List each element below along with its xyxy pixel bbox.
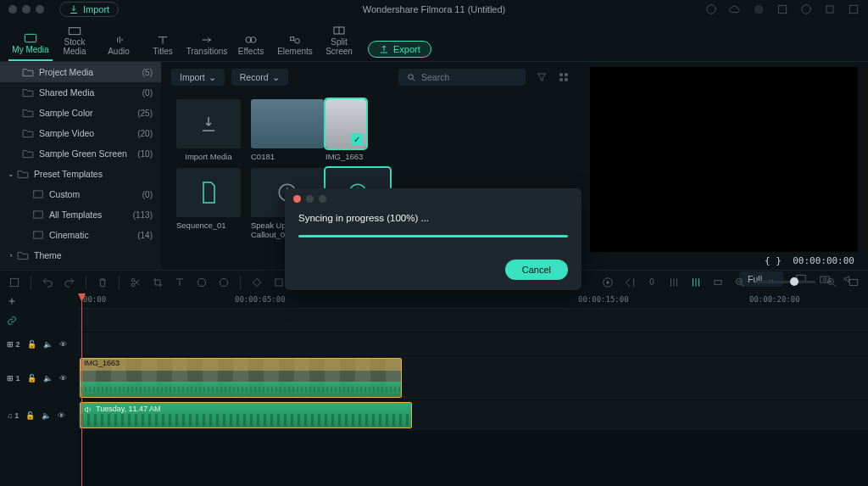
zoom-in-icon[interactable]	[826, 277, 837, 288]
settings-icon[interactable]	[824, 3, 836, 15]
split-icon[interactable]	[130, 277, 142, 288]
thumb-import-media[interactable]: Import Media	[176, 99, 241, 161]
save-icon[interactable]	[776, 3, 788, 15]
mute-icon[interactable]: 🔈	[43, 340, 53, 349]
zoom-knob[interactable]	[790, 277, 798, 286]
snap-icon[interactable]	[712, 277, 724, 288]
thumb-img1663[interactable]: ✓IMG_1663	[326, 99, 366, 161]
tab-audio[interactable]: Audio	[97, 31, 141, 61]
media-thumbs: Import Media C0181 ✓IMG_1663	[161, 92, 580, 168]
clip-audio-tuesday[interactable]: Tuesday, 11.47 AM	[80, 402, 412, 428]
playhead[interactable]	[81, 293, 82, 486]
fit-icon[interactable]	[848, 277, 860, 288]
cloud-icon[interactable]	[729, 3, 741, 15]
th-link[interactable]	[0, 309, 78, 332]
color-icon[interactable]	[218, 277, 230, 288]
tab-my-media[interactable]: My Media	[8, 30, 53, 61]
keyframe-icon[interactable]	[251, 277, 263, 288]
export-icon	[379, 44, 389, 54]
delete-icon[interactable]	[97, 277, 108, 288]
sidebar-item-sample-color[interactable]: Sample Color(25)	[0, 103, 161, 123]
track-a1[interactable]: Tuesday, 11.47 AM	[78, 400, 868, 431]
sidebar-item-sample-video[interactable]: Sample Video(20)	[0, 123, 161, 143]
modal-close-icon[interactable]	[293, 195, 301, 203]
thumb-c0181[interactable]: C0181	[251, 99, 315, 161]
lock-icon[interactable]: 🔓	[27, 374, 36, 383]
svg-point-1	[754, 5, 764, 14]
new-project-icon[interactable]	[8, 277, 20, 288]
search-input[interactable]: Search	[398, 69, 526, 86]
maximize-window-icon[interactable]	[36, 5, 44, 14]
svg-rect-4	[826, 6, 833, 13]
clip-video-img1663[interactable]: IMG_1663	[80, 358, 402, 398]
help-icon[interactable]	[800, 3, 812, 15]
crop-icon[interactable]	[152, 277, 164, 288]
eye-icon[interactable]: 👁	[59, 374, 67, 383]
sidebar-item-sample-green[interactable]: Sample Green Screen(10)	[0, 143, 161, 164]
tab-split-screen[interactable]: Split Screen	[317, 22, 361, 61]
mute-icon[interactable]: 🔈	[43, 374, 53, 383]
timeline: ⊞ 2🔓🔈👁 ⊞ 1🔓🔈👁 ♫ 1🔓🔈👁 00:00 00:00:05:00 0…	[0, 293, 868, 486]
sidebar-item-custom[interactable]: Custom(0)	[0, 184, 161, 204]
zoom-out-icon[interactable]	[734, 277, 746, 288]
prev-icon[interactable]	[624, 277, 636, 288]
import-button[interactable]: Import	[59, 2, 119, 17]
grid-view-icon[interactable]	[558, 71, 570, 83]
undo-icon[interactable]	[42, 277, 53, 288]
track-header-v2[interactable]: ⊞ 2🔓🔈👁	[0, 332, 78, 356]
text-icon[interactable]	[174, 277, 186, 288]
tab-stock-media[interactable]: Stock Media	[53, 22, 97, 61]
tab-transitions[interactable]: Transitions	[185, 31, 229, 61]
green-screen-icon[interactable]	[273, 277, 285, 288]
import-dropdown[interactable]: Import⌄	[171, 69, 225, 86]
track-link-row	[78, 309, 868, 332]
track-header-a1[interactable]: ♫ 1🔓🔈👁	[0, 400, 78, 431]
th-add-track[interactable]	[0, 293, 78, 309]
marker-icon[interactable]	[690, 277, 702, 288]
zoom-slider[interactable]	[756, 281, 815, 283]
mute-icon[interactable]: 🔈	[42, 411, 51, 420]
sidebar-item-cinematic[interactable]: Cinematic(14)	[0, 225, 161, 245]
speed-icon[interactable]	[196, 277, 208, 288]
lock-icon[interactable]: 🔓	[27, 340, 36, 349]
avatar-icon[interactable]	[753, 3, 765, 15]
svg-rect-20	[559, 78, 563, 81]
sidebar-item-shared-media[interactable]: Shared Media(0)	[0, 82, 161, 103]
svg-rect-27	[10, 278, 18, 286]
titlebar-actions	[705, 3, 860, 15]
redo-icon[interactable]	[64, 277, 75, 288]
eye-icon[interactable]: 👁	[59, 340, 67, 349]
tab-titles[interactable]: Titles	[141, 31, 185, 61]
lock-icon[interactable]: 🔓	[25, 411, 35, 420]
tab-effects[interactable]: Effects	[229, 31, 273, 61]
svg-rect-39	[849, 279, 857, 285]
sidebar-item-preset-templates[interactable]: ⌄Preset Templates	[0, 164, 161, 184]
track-v1[interactable]: IMG_1663	[78, 356, 868, 400]
record-dropdown[interactable]: Record⌄	[231, 69, 288, 86]
sidebar-item-project-media[interactable]: Project Media(5)	[0, 62, 161, 82]
mixer-icon[interactable]	[668, 277, 680, 288]
track-v2[interactable]	[78, 332, 868, 356]
svg-rect-15	[34, 232, 43, 238]
minimize-window-icon[interactable]	[22, 5, 31, 14]
thumb-sequence-01[interactable]: Sequence_01	[176, 168, 241, 239]
fullscreen-icon[interactable]	[848, 3, 860, 15]
sidebar-item-photos[interactable]: Photos Library	[0, 265, 161, 270]
track-header-v1[interactable]: ⊞ 1🔓🔈👁	[0, 356, 78, 400]
export-button[interactable]: Export	[368, 41, 431, 58]
mic-icon[interactable]	[646, 277, 658, 288]
filter-icon[interactable]	[536, 71, 548, 83]
close-window-icon[interactable]	[8, 5, 17, 14]
play-icon[interactable]	[602, 277, 614, 288]
timeline-ruler[interactable]: 00:00 00:00:05:00 00:00:15:00 00:00:20:0…	[78, 293, 868, 309]
track-area[interactable]: 00:00 00:00:05:00 00:00:15:00 00:00:20:0…	[78, 293, 868, 486]
svg-rect-19	[565, 73, 568, 76]
cancel-button[interactable]: Cancel	[505, 260, 568, 280]
sidebar-item-all-templates[interactable]: All Templates(113)	[0, 204, 161, 225]
tab-elements[interactable]: Elements	[273, 31, 317, 61]
preview-video[interactable]	[590, 67, 858, 252]
compass-icon[interactable]	[705, 3, 717, 15]
file-icon	[198, 181, 219, 204]
sidebar-item-theme[interactable]: ›Theme	[0, 245, 161, 265]
eye-icon[interactable]: 👁	[58, 411, 65, 420]
